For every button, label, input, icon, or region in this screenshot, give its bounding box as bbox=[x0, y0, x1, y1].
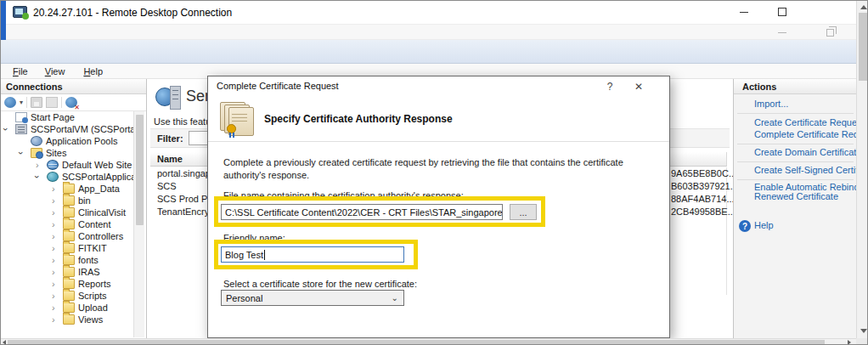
horizontal-scrollbar[interactable] bbox=[1, 338, 856, 345]
scroll-up-icon[interactable] bbox=[860, 5, 867, 9]
tree-item[interactable]: SCSPortalVM (SCSPortalVM\s bbox=[1, 123, 133, 135]
minimize-icon bbox=[778, 32, 786, 33]
tree-item-icon bbox=[63, 314, 75, 325]
tree-expander-icon[interactable] bbox=[52, 184, 63, 194]
tree-item-label: Views bbox=[78, 314, 103, 325]
tree-item[interactable]: Content bbox=[1, 218, 133, 230]
tree-item[interactable]: Default Web Site bbox=[1, 159, 133, 171]
tree-expander-icon[interactable] bbox=[52, 255, 63, 265]
action-complete-certificate-request[interactable]: Complete Certificate Reque bbox=[754, 129, 868, 139]
tree-expander-icon[interactable] bbox=[52, 195, 63, 206]
tree-expander-icon[interactable] bbox=[52, 267, 63, 277]
rdp-window-edge bbox=[1, 1, 6, 40]
complete-certificate-request-dialog: Complete Certificate Request ? ✕ Specify… bbox=[207, 76, 670, 338]
tree-item[interactable]: IRAS bbox=[1, 266, 133, 278]
toolbar-divider bbox=[61, 97, 62, 108]
tree-item[interactable]: Sites bbox=[1, 147, 133, 159]
friendly-name-input[interactable]: Blog Test bbox=[221, 246, 404, 263]
actions-divider bbox=[737, 179, 854, 180]
tree-expander-icon[interactable] bbox=[36, 160, 47, 170]
connections-scrollbar[interactable] bbox=[133, 111, 144, 337]
tree-item-icon bbox=[47, 172, 59, 182]
menu-help[interactable]: Help bbox=[83, 66, 103, 76]
tree-expander-icon[interactable] bbox=[52, 279, 63, 289]
browse-button[interactable]: ... bbox=[510, 204, 537, 220]
scrollbar-thumb[interactable] bbox=[859, 13, 868, 81]
certificate-store-value: Personal bbox=[226, 293, 262, 303]
remove-connection-icon[interactable] bbox=[65, 97, 77, 108]
action-enable-automatic-rebind-line2[interactable]: Renewed Certificate bbox=[754, 191, 838, 201]
tree-item[interactable]: fonts bbox=[1, 254, 133, 266]
tree-item[interactable]: Scripts bbox=[1, 290, 133, 302]
minimize-icon bbox=[740, 12, 748, 13]
tree-item-label: bin bbox=[78, 195, 91, 206]
certificate-store-label: Select a certificate store for the new c… bbox=[223, 279, 417, 289]
file-name-input[interactable]: C:\SSL Certificate Content\2022\CER - CR… bbox=[221, 204, 503, 220]
action-create-certificate-request[interactable]: Create Certificate Request... bbox=[754, 117, 868, 127]
scroll-left-icon[interactable] bbox=[3, 340, 6, 345]
tree-expander-icon[interactable] bbox=[20, 148, 31, 158]
tree-item[interactable]: App_Data bbox=[1, 183, 133, 195]
friendly-name-label: Friendly name: bbox=[223, 233, 285, 243]
tree-expander-icon[interactable] bbox=[52, 207, 63, 218]
connections-header: Connections bbox=[1, 79, 146, 94]
menu-file[interactable]: File bbox=[13, 66, 28, 76]
tree-expander-icon[interactable] bbox=[4, 124, 15, 134]
tree-item[interactable]: Controllers bbox=[1, 230, 133, 242]
server-certificates-icon bbox=[155, 86, 181, 111]
tree-item-label: App_Data bbox=[78, 184, 120, 194]
vertical-scrollbar[interactable] bbox=[856, 1, 868, 338]
menu-view[interactable]: View bbox=[45, 66, 65, 76]
certificate-hash: B603B397921... bbox=[671, 181, 733, 191]
tree-item-label: SCSPortalVM (SCSPortalVM\s bbox=[31, 124, 133, 134]
scrollbar-thumb[interactable] bbox=[8, 340, 825, 345]
tree-expander-icon[interactable] bbox=[52, 314, 63, 325]
file-name-value: C:\SSL Certificate Content\2022\CER - CR… bbox=[225, 207, 503, 218]
iis-minimize-button[interactable] bbox=[765, 25, 799, 40]
rdp-minimize-button[interactable] bbox=[727, 1, 761, 23]
rdp-connection-icon bbox=[13, 6, 27, 18]
dialog-help-button[interactable]: ? bbox=[597, 76, 623, 97]
tree-expander-icon[interactable] bbox=[52, 243, 63, 253]
actions-panel: Actions Import... Create Certificate Req… bbox=[733, 79, 856, 338]
action-create-domain-certificate[interactable]: Create Domain Certificate... bbox=[754, 147, 868, 157]
tree-item-icon bbox=[15, 124, 27, 134]
action-create-self-signed-certificate[interactable]: Create Self-Signed Certifica bbox=[754, 165, 868, 175]
tree-item[interactable]: bin bbox=[1, 195, 133, 206]
scroll-down-icon[interactable] bbox=[860, 329, 867, 333]
restore-icon bbox=[826, 29, 834, 37]
scroll-right-icon[interactable] bbox=[848, 340, 851, 345]
connect-to-server-icon[interactable] bbox=[4, 97, 16, 108]
iis-restore-button[interactable] bbox=[813, 25, 847, 40]
certificate-hash: 2CB49958BE... bbox=[671, 206, 733, 217]
action-help[interactable]: Help bbox=[754, 220, 774, 230]
tree-expander-icon[interactable] bbox=[52, 303, 63, 313]
tree-item-label: SCSPortalApplication bbox=[62, 172, 133, 182]
tree-item[interactable]: ClinicalVisit bbox=[1, 206, 133, 218]
tree-expander-icon[interactable] bbox=[36, 172, 47, 182]
tree-item[interactable]: Reports bbox=[1, 278, 133, 290]
tree-item-icon bbox=[47, 160, 59, 170]
tree-expander-icon[interactable] bbox=[52, 231, 63, 241]
up-level-icon bbox=[46, 97, 58, 108]
tree-item-label: fonts bbox=[78, 255, 99, 265]
chevron-down-icon[interactable]: ▾ bbox=[20, 99, 23, 106]
text-cursor bbox=[264, 250, 265, 260]
tree-item-icon bbox=[63, 267, 75, 277]
tree-item[interactable]: SCSPortalApplication bbox=[1, 171, 133, 183]
rdp-maximize-button[interactable] bbox=[765, 1, 799, 23]
name-column-header[interactable]: Name bbox=[157, 154, 183, 164]
rdp-window-title: 20.24.27.101 - Remote Desktop Connection bbox=[33, 7, 232, 19]
dialog-close-button[interactable]: ✕ bbox=[626, 76, 651, 97]
tree-expander-icon[interactable] bbox=[52, 219, 63, 229]
tree-item[interactable]: FITKIT bbox=[1, 242, 133, 254]
tree-item[interactable]: Upload bbox=[1, 302, 133, 314]
tree-item[interactable]: Application Pools bbox=[1, 135, 133, 147]
tree-item[interactable]: Start Page bbox=[1, 111, 133, 123]
scrollbar-thumb[interactable] bbox=[136, 115, 144, 225]
tree-item-label: ClinicalVisit bbox=[78, 207, 126, 218]
tree-item[interactable]: Views bbox=[1, 314, 133, 325]
certificate-store-select[interactable]: Personal ⌄ bbox=[221, 290, 404, 306]
action-import[interactable]: Import... bbox=[754, 99, 788, 109]
tree-expander-icon[interactable] bbox=[52, 291, 63, 301]
